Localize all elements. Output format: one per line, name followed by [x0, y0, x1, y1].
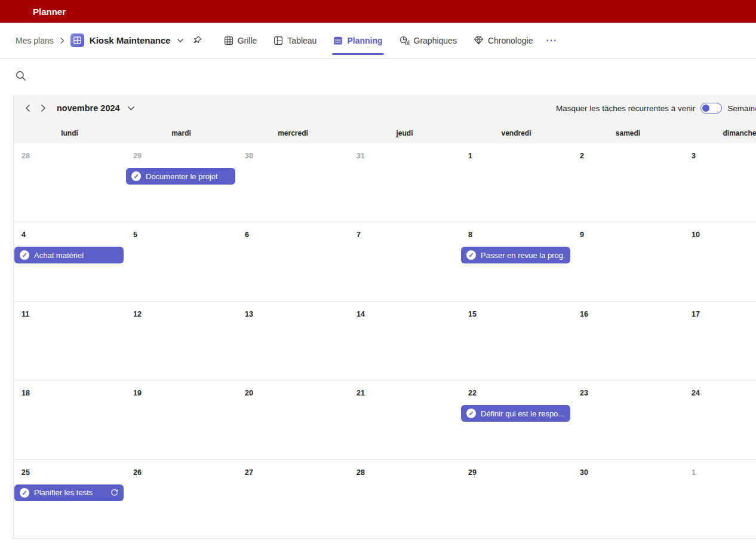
completed-check-icon: ✓ [131, 171, 141, 181]
day-number: 1 [460, 152, 572, 160]
tab-label: Tableau [287, 36, 316, 45]
breadcrumb-chevron-icon [59, 37, 65, 44]
previous-month-chevron-left-icon[interactable] [21, 100, 34, 116]
hide-recurring-tasks-toggle[interactable] [700, 103, 722, 113]
day-number: 18 [14, 389, 125, 397]
calendar-day-cell[interactable]: 21 [349, 381, 460, 459]
calendar-day-cell[interactable]: 17 [684, 302, 756, 380]
calendar-day-cell[interactable]: 20 [237, 381, 349, 459]
calendar-panel: novembre 2024 Masquer les tâches récurre… [13, 94, 756, 539]
calendar-day-cell[interactable]: 22✓Définir qui est le respo... [460, 381, 572, 459]
tab-graphiques[interactable]: Graphiques [399, 23, 457, 59]
breadcrumb-my-plans[interactable]: Mes plans [16, 36, 54, 45]
calendar-day-cell[interactable]: 6 [237, 222, 349, 300]
calendar-day-cell[interactable]: 18 [14, 381, 125, 459]
day-number: 6 [237, 231, 349, 239]
calendar-day-cell[interactable]: 8✓Passer en revue la prog... [460, 222, 572, 300]
calendar-week-row: 1819202122✓Définir qui est le respo...23… [14, 381, 756, 459]
completed-check-icon: ✓ [20, 488, 29, 498]
calendar-week-row: 25✓Planifier les tests26272829301 [14, 460, 756, 539]
calendar-day-cell[interactable]: 29 [460, 460, 572, 538]
task-chip[interactable]: ✓Passer en revue la prog... [461, 247, 570, 263]
calendar-day-cell[interactable]: 27 [237, 460, 349, 538]
day-number: 11 [14, 310, 125, 318]
planning-calendar-icon [333, 36, 343, 45]
task-title: Achat matériel [34, 251, 84, 260]
calendar-day-cell[interactable]: 13 [237, 302, 349, 380]
calendar-day-cell[interactable]: 15 [460, 302, 572, 380]
view-range-selector[interactable]: Semaine [727, 104, 756, 113]
plan-header: Mes plans Kiosk Maintenance GrilleTablea… [0, 23, 756, 59]
task-title: Documenter le projet [146, 172, 218, 181]
task-chip[interactable]: ✓Documenter le projet [126, 168, 235, 185]
plan-switcher-chevron-down-icon[interactable] [177, 38, 184, 43]
calendar-day-cell[interactable]: 7 [349, 222, 460, 300]
tab-grille[interactable]: Grille [224, 23, 257, 59]
calendar-grid: 2829✓Documenter le projet30311234✓Achat … [14, 143, 756, 539]
day-header-mardi: mardi [125, 122, 237, 143]
task-chip[interactable]: ✓Définir qui est le respo... [461, 405, 570, 422]
search-icon[interactable] [16, 70, 26, 81]
tab-label: Graphiques [414, 36, 457, 45]
calendar-day-cell[interactable]: 23 [572, 381, 684, 459]
day-number: 23 [572, 389, 684, 397]
calendar-day-cell[interactable]: 12 [125, 302, 237, 380]
task-title: Passer en revue la prog... [481, 251, 565, 260]
timeline-icon [474, 36, 484, 45]
calendar-day-cell[interactable]: 2 [572, 143, 684, 222]
day-number: 15 [460, 310, 572, 318]
next-month-chevron-right-icon[interactable] [36, 100, 50, 116]
calendar-week-row: 4✓Achat matériel5678✓Passer en revue la … [14, 222, 756, 301]
calendar-day-cell[interactable]: 14 [349, 302, 460, 380]
calendar-day-cell[interactable]: 11 [14, 302, 125, 380]
calendar-day-cell[interactable]: 9 [572, 222, 684, 300]
calendar-toolbar: novembre 2024 Masquer les tâches récurre… [14, 94, 756, 122]
calendar-day-cell[interactable]: 28 [349, 460, 460, 538]
calendar-day-cell[interactable]: 1 [684, 460, 756, 538]
calendar-day-cell[interactable]: 10 [684, 222, 756, 300]
day-number: 5 [125, 231, 237, 239]
app-title: Planner [33, 7, 66, 17]
calendar-day-cell[interactable]: 5 [125, 222, 237, 300]
calendar-day-cell[interactable]: 30 [572, 460, 684, 538]
calendar-day-cell[interactable]: 16 [572, 302, 684, 380]
task-chip[interactable]: ✓Achat matériel [14, 247, 124, 263]
calendar-day-cell[interactable]: 25✓Planifier les tests [14, 460, 125, 538]
tab-planning[interactable]: Planning [333, 23, 382, 59]
task-title: Définir qui est le respo... [481, 409, 564, 418]
calendar-toolbar-right: Masquer les tâches récurrentes à venir S… [556, 94, 756, 122]
tab-label: Planning [347, 36, 382, 45]
calendar-day-cell[interactable]: 4✓Achat matériel [14, 222, 125, 300]
day-number: 1 [684, 468, 756, 477]
day-number: 3 [684, 152, 756, 160]
calendar-day-cell[interactable]: 28 [14, 143, 125, 222]
pin-icon[interactable] [192, 35, 202, 45]
day-number: 29 [460, 468, 572, 477]
tab-label: Chronologie [488, 36, 533, 45]
calendar-day-cell[interactable]: 30 [237, 143, 349, 222]
calendar-week-row: 11121314151617 [14, 302, 756, 381]
tab-chronologie[interactable]: Chronologie [474, 23, 533, 59]
day-number: 16 [572, 310, 684, 318]
month-picker-chevron-down-icon[interactable] [127, 106, 135, 111]
day-number: 12 [125, 310, 237, 318]
tab-tableau[interactable]: Tableau [273, 23, 316, 59]
more-views-button[interactable]: ··· [546, 35, 557, 46]
calendar-day-cell[interactable]: 24 [684, 381, 756, 459]
calendar-day-cell[interactable]: 3 [684, 143, 756, 222]
day-header-lundi: lundi [14, 122, 125, 143]
day-number: 31 [349, 152, 460, 160]
day-number: 24 [684, 389, 756, 397]
recurring-icon [110, 489, 118, 496]
calendar-day-cell[interactable]: 29✓Documenter le projet [125, 143, 237, 222]
day-number: 8 [460, 231, 572, 239]
calendar-day-cell[interactable]: 1 [460, 143, 572, 222]
calendar-day-cell[interactable]: 19 [125, 381, 237, 459]
calendar-day-cell[interactable]: 26 [125, 460, 237, 538]
board-icon [273, 36, 283, 45]
calendar-day-cell[interactable]: 31 [349, 143, 460, 222]
day-number: 28 [14, 152, 125, 160]
month-label[interactable]: novembre 2024 [57, 103, 120, 113]
task-chip[interactable]: ✓Planifier les tests [14, 484, 124, 501]
completed-check-icon: ✓ [466, 250, 476, 260]
